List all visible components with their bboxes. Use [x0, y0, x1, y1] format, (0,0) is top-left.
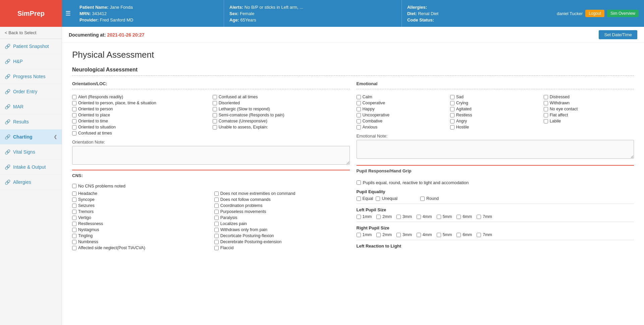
rps-chk-2[interactable]	[376, 233, 381, 237]
emo-chk-crying[interactable]	[450, 101, 454, 105]
cns-chk-tingling[interactable]	[72, 234, 76, 238]
rps-chk-4[interactable]	[417, 233, 421, 237]
cns-chk-paralysis[interactable]	[214, 216, 219, 220]
emo-chk-hostile[interactable]	[450, 125, 454, 129]
orient-chk-lethargic[interactable]	[213, 107, 217, 111]
sidebar-label-results: Results	[13, 119, 29, 124]
sidebar-label-mar: MAR	[13, 104, 23, 109]
sidebar-item-patient-snapshot[interactable]: 🔗 Patient Snapshot	[0, 39, 62, 54]
lps-chk-6[interactable]	[457, 215, 461, 219]
lps-chk-7[interactable]	[477, 215, 481, 219]
emo-chk-calm[interactable]	[357, 95, 361, 99]
pupil-chk-equal[interactable]	[357, 197, 361, 201]
lps-chk-3[interactable]	[396, 215, 401, 219]
patient-snapshot-icon: 🔗	[5, 44, 10, 49]
pupil-chk-round[interactable]	[420, 197, 425, 201]
logout-button[interactable]: Logout	[585, 10, 604, 17]
rps-chk-6[interactable]	[457, 233, 461, 237]
emo-chk-labile[interactable]	[544, 119, 548, 123]
sidebar-item-results[interactable]: 🔗 Results	[0, 114, 62, 129]
sidebar-item-vital-signs[interactable]: 🔗 Vital Signs	[0, 145, 62, 160]
sidebar-item-h-and-p[interactable]: 🔗 H&P	[0, 54, 62, 69]
orientation-note-textarea[interactable]	[72, 146, 350, 165]
orient-chk-confused-times[interactable]	[72, 131, 76, 136]
sidebar-item-intake-output[interactable]: 🔗 Intake & Output	[0, 160, 62, 175]
cns-no-move: Does not move extremities on command	[214, 191, 350, 196]
cns-chk-decorticate[interactable]	[214, 234, 219, 238]
left-column: Orientation/LOC: Alert (Responds readily…	[72, 81, 350, 251]
cns-chk-tremors[interactable]	[72, 210, 76, 214]
emo-chk-distressed[interactable]	[544, 95, 548, 99]
orient-chk-confused-all[interactable]	[213, 95, 217, 99]
emo-chk-combative[interactable]	[357, 119, 361, 123]
rps-chk-1[interactable]	[357, 233, 361, 237]
cns-chk-numbness[interactable]	[72, 240, 76, 244]
orient-chk-disoriented[interactable]	[213, 101, 217, 105]
cns-chk-restlessness[interactable]	[72, 222, 76, 226]
cns-chk-seizures[interactable]	[72, 204, 76, 208]
cns-chk-vertigo[interactable]	[72, 216, 76, 220]
orient-chk-person-place[interactable]	[72, 101, 76, 105]
set-date-button[interactable]: Set Date/Time	[599, 30, 637, 39]
cns-chk-no-follow[interactable]	[214, 198, 219, 202]
emo-chk-agitated[interactable]	[450, 107, 454, 111]
cns-no-problems-checkbox[interactable]	[72, 184, 76, 188]
lps-chk-1[interactable]	[357, 215, 361, 219]
lps-chk-5[interactable]	[437, 215, 441, 219]
sidebar-label-vital-signs: Vital Signs	[13, 149, 35, 155]
username: daniel Tucker	[557, 11, 583, 16]
cns-chk-headache[interactable]	[72, 192, 76, 196]
sidebar-label-allergies: Allergies	[13, 179, 31, 185]
sim-overview-button[interactable]: Sim Overview	[607, 10, 639, 17]
emo-chk-withdrawn[interactable]	[544, 101, 548, 105]
emo-chk-sad[interactable]	[450, 95, 454, 99]
cns-chk-no-move[interactable]	[214, 192, 219, 196]
emo-chk-uncooperative[interactable]	[357, 113, 361, 117]
orient-chk-comatose[interactable]	[213, 119, 217, 123]
emo-chk-flat-affect[interactable]	[544, 113, 548, 117]
cns-chk-nystagmus[interactable]	[72, 228, 76, 232]
orient-lbl-person: Oriented to person	[78, 107, 113, 111]
orient-chk-semi-comatose[interactable]	[213, 113, 217, 117]
emo-agitated: Agitated	[450, 107, 540, 111]
cns-chk-purposeless[interactable]	[214, 210, 219, 214]
sidebar-item-mar[interactable]: 🔗 MAR	[0, 99, 62, 114]
sidebar-item-order-entry[interactable]: 🔗 Order Entry	[0, 84, 62, 99]
orient-chk-unable[interactable]	[213, 125, 217, 129]
emotional-note-textarea[interactable]	[357, 140, 634, 159]
cns-chk-syncope[interactable]	[72, 198, 76, 202]
lps-chk-4[interactable]	[417, 215, 421, 219]
sidebar-item-charting[interactable]: 🔗 Charting ❮	[0, 129, 62, 145]
rps-chk-3[interactable]	[396, 233, 401, 237]
cns-no-follow: Does not follow commands	[214, 197, 350, 202]
cns-chk-flaccid[interactable]	[214, 246, 219, 250]
orient-chk-alert[interactable]	[72, 95, 76, 99]
orient-chk-situation[interactable]	[72, 125, 76, 129]
patient-info: Patient Name: Jane Fonda MRN: 343412 Pro…	[74, 0, 224, 27]
cns-chk-withdraws[interactable]	[214, 228, 219, 232]
orient-lbl-place: Oriented to place	[78, 113, 110, 117]
emo-chk-no-eye-contact[interactable]	[544, 107, 548, 111]
cns-chk-decerebrate[interactable]	[214, 240, 219, 244]
sidebar-label-h-and-p: H&P	[13, 59, 23, 64]
orient-chk-place[interactable]	[72, 113, 76, 117]
emo-chk-restless[interactable]	[450, 113, 454, 117]
orient-chk-person[interactable]	[72, 107, 76, 111]
pupil-main-checkbox[interactable]	[357, 180, 361, 185]
sidebar-item-allergies[interactable]: 🔗 Allergies	[0, 175, 62, 190]
pupil-chk-unequal[interactable]	[376, 197, 380, 201]
emo-chk-cooperative[interactable]	[357, 101, 361, 105]
emo-chk-happy[interactable]	[357, 107, 361, 111]
cns-chk-coordination[interactable]	[214, 204, 219, 208]
rps-chk-7[interactable]	[477, 233, 481, 237]
emo-chk-anxious[interactable]	[357, 125, 361, 129]
orient-chk-time[interactable]	[72, 119, 76, 123]
emo-chk-angry[interactable]	[450, 119, 454, 123]
lps-chk-2[interactable]	[376, 215, 381, 219]
menu-icon[interactable]: ☰	[62, 0, 74, 27]
sidebar-item-progress-notes[interactable]: 🔗 Progress Notes	[0, 69, 62, 84]
rps-chk-5[interactable]	[437, 233, 441, 237]
back-to-select[interactable]: < Back to Select	[0, 27, 62, 39]
cns-chk-localizes[interactable]	[214, 222, 219, 226]
cns-chk-affected-side[interactable]	[72, 246, 76, 250]
